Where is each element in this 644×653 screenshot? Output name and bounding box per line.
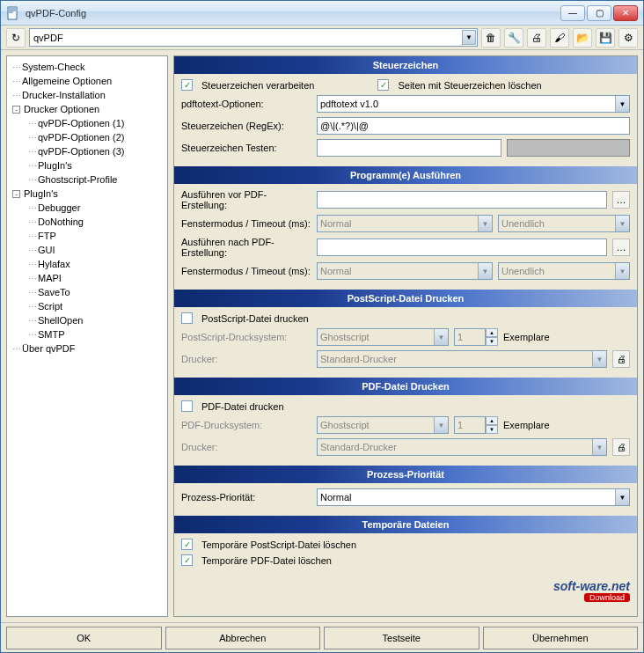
profile-combo[interactable]: qvPDF ▼ (29, 28, 478, 47)
up-icon: ▲ (486, 416, 498, 425)
label: PDF-Drucksystem: (181, 420, 311, 430)
browse-icon[interactable]: … (612, 191, 630, 209)
tree-dots: ⋯ (28, 203, 36, 213)
download-badge: Download (584, 593, 630, 602)
pdf-copies-spinner: 1 ▲▼ (454, 416, 498, 434)
minimize-button[interactable]: — (560, 5, 585, 21)
printer-icon[interactable]: 🖨 (612, 438, 630, 456)
label: Prozess-Priorität: (181, 492, 311, 503)
tree-item[interactable]: ⋯Script (9, 299, 165, 313)
tree-dots: ⋯ (28, 316, 36, 326)
checkbox-temp-ps[interactable]: ✓ (181, 539, 193, 550)
tree-label: SMTP (38, 329, 65, 340)
tree-label: SaveTo (38, 287, 70, 297)
tree-dots: ⋯ (28, 302, 36, 312)
tree-item[interactable]: ⋯ShellOpen (9, 313, 165, 327)
tree-dots: ⋯ (28, 330, 36, 340)
tree-item[interactable]: -Drucker Optionen (9, 102, 165, 116)
label: Ausführen nach PDF-Erstellung: (181, 237, 311, 258)
test-input[interactable] (317, 139, 501, 157)
ok-button[interactable]: OK (6, 627, 162, 649)
tree-expander[interactable]: - (12, 106, 20, 114)
tools-icon[interactable]: 🔧 (504, 28, 523, 48)
label: Drucker: (181, 442, 311, 452)
chevron-down-icon[interactable]: ▼ (478, 263, 492, 279)
brush-icon[interactable]: 🖌 (550, 28, 569, 48)
tree-label: qvPDF-Optionen (3) (38, 146, 124, 157)
label: Drucker: (181, 354, 311, 364)
maximize-button[interactable]: ▢ (587, 5, 611, 21)
regex-input[interactable]: @\|(.*?)\|@ (317, 117, 630, 135)
tree-item[interactable]: ⋯GUI (9, 243, 165, 257)
exec-after-input[interactable] (317, 238, 607, 256)
tree-label: MAPI (38, 273, 62, 283)
checkbox-temp-pdf[interactable]: ✓ (181, 554, 193, 566)
save-icon[interactable]: 💾 (596, 28, 615, 48)
apply-button[interactable]: Übernehmen (483, 627, 639, 649)
chevron-down-icon[interactable]: ▼ (615, 96, 629, 112)
tree-item[interactable]: ⋯MAPI (9, 271, 165, 285)
section-head-programme: Programm(e) Ausführen (174, 166, 637, 184)
tree-item[interactable]: ⋯PlugIn's (9, 158, 165, 172)
tree-item[interactable]: ⋯Ghostscript-Profile (9, 172, 165, 187)
tree-item[interactable]: ⋯Drucker-Installation (9, 88, 165, 102)
tree-item[interactable]: ⋯Über qvPDF (9, 341, 165, 356)
tree-item[interactable]: ⋯System-Check (9, 60, 165, 74)
testpage-button[interactable]: Testseite (324, 627, 479, 649)
checkbox-process-control[interactable]: ✓ (181, 79, 193, 91)
tree-item[interactable]: ⋯FTP (9, 229, 165, 243)
chevron-down-icon[interactable]: ▼ (478, 216, 492, 231)
printer-icon[interactable]: 🖨 (612, 350, 630, 368)
browse-icon[interactable]: … (612, 238, 630, 256)
tree-item[interactable]: ⋯Allgemeine Optionen (9, 74, 165, 88)
chevron-down-icon[interactable]: ▼ (462, 30, 476, 45)
test-result (507, 139, 630, 157)
pdf-printer-select: Standard-Drucker▼ (317, 438, 607, 456)
tree-dots: ⋯ (28, 133, 36, 143)
tree-item[interactable]: ⋯SMTP (9, 327, 165, 341)
label: Steuerzeichen Testen: (181, 143, 311, 153)
tree-dots: ⋯ (28, 161, 36, 171)
tree-label: Ghostscript-Profile (38, 174, 117, 185)
tree-item[interactable]: ⋯SaveTo (9, 285, 165, 299)
tree-dots: ⋯ (28, 274, 36, 283)
label: Fenstermodus / Timeout (ms): (181, 218, 311, 229)
up-icon: ▲ (486, 328, 498, 337)
tree-label: DoNothing (38, 216, 84, 227)
chevron-down-icon[interactable]: ▼ (615, 263, 629, 279)
print-icon[interactable]: 🖨 (527, 28, 546, 48)
window-title: qvPDF-Config (26, 8, 560, 18)
priority-select[interactable]: Normal▼ (317, 488, 630, 506)
folder-open-icon[interactable]: 📂 (573, 28, 592, 48)
tree-item[interactable]: ⋯Hylafax (9, 257, 165, 271)
timeout-select[interactable]: Unendlich▼ (498, 215, 630, 232)
cancel-button[interactable]: Abbrechen (165, 627, 321, 649)
refresh-button[interactable]: ↻ (6, 28, 26, 48)
checkbox-pdf-print[interactable] (181, 400, 193, 412)
close-button[interactable]: ✕ (613, 5, 638, 21)
checkbox-ps-print[interactable] (181, 312, 193, 324)
tree-item[interactable]: ⋯qvPDF-Optionen (3) (9, 144, 165, 158)
tree-item[interactable]: ⋯DoNothing (9, 215, 165, 229)
window-mode-select-2[interactable]: Normal▼ (317, 262, 493, 280)
pdftotext-select[interactable]: pdftotext v1.0 ▼ (317, 95, 630, 113)
chevron-down-icon[interactable]: ▼ (615, 489, 629, 505)
window-mode-select[interactable]: Normal▼ (317, 215, 493, 232)
tree-dots: ⋯ (12, 77, 20, 86)
value: pdftotext v1.0 (320, 99, 378, 109)
timeout-select-2[interactable]: Unendlich▼ (498, 262, 630, 280)
tree-item[interactable]: ⋯Debugger (9, 201, 165, 215)
tree-item[interactable]: ⋯qvPDF-Optionen (1) (9, 116, 165, 130)
tree-expander[interactable]: - (12, 190, 20, 198)
ps-printer-select: Standard-Drucker▼ (317, 350, 607, 368)
tree-item[interactable]: -PlugIn's (9, 187, 165, 201)
delete-icon[interactable]: 🗑 (481, 28, 501, 48)
tree-label: Debugger (38, 202, 80, 213)
tree-item[interactable]: ⋯qvPDF-Optionen (2) (9, 130, 165, 144)
checkbox-delete-pages[interactable]: ✓ (377, 79, 389, 91)
tree-dots: ⋯ (28, 175, 36, 185)
settings-icon[interactable]: ⚙ (618, 28, 638, 48)
chevron-down-icon[interactable]: ▼ (615, 216, 629, 231)
exec-before-input[interactable] (317, 191, 607, 209)
label: Temporäre PostScript-Datei löschen (201, 539, 356, 550)
